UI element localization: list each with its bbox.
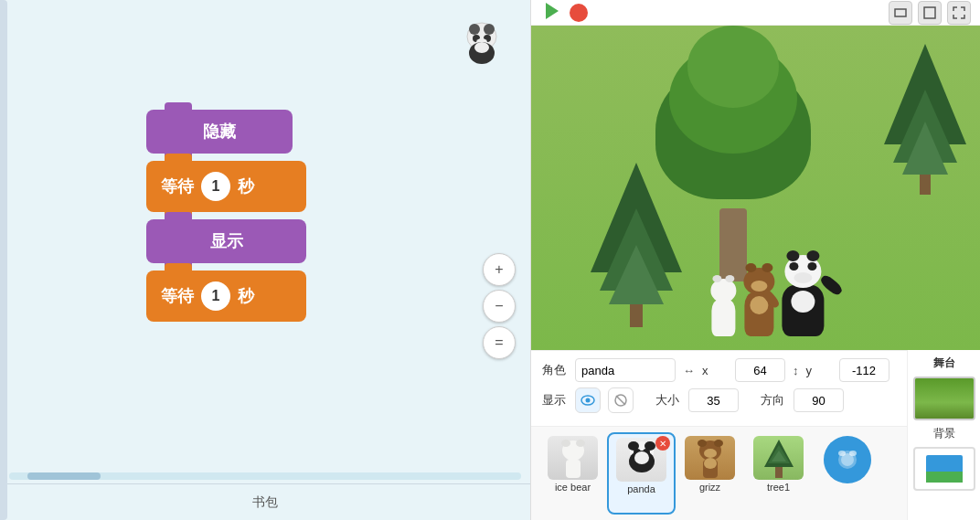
zoom-out-button[interactable]: − bbox=[483, 290, 516, 323]
sprite-label: 角色 bbox=[542, 362, 568, 378]
wait-block-1[interactable]: 等待 1 秒 bbox=[146, 161, 306, 212]
direction-value-input[interactable] bbox=[794, 388, 844, 412]
svg-point-12 bbox=[586, 398, 591, 403]
stage-panel: 角色 ↔ x ↕ y 显示 大小 bbox=[530, 0, 980, 520]
y-icon: ↕ bbox=[793, 364, 799, 377]
tree1-name: tree1 bbox=[767, 482, 790, 493]
ice-bear-name: ice bear bbox=[555, 482, 591, 493]
backdrop-thumbnail[interactable] bbox=[913, 447, 975, 491]
svg-point-2 bbox=[484, 24, 495, 35]
visibility-label: 显示 bbox=[542, 392, 568, 409]
pine-tree-left bbox=[591, 163, 682, 327]
svg-point-17 bbox=[576, 440, 585, 447]
large-stage-button[interactable] bbox=[918, 1, 942, 25]
svg-point-25 bbox=[634, 451, 649, 464]
stage-canvas[interactable] bbox=[531, 26, 980, 350]
svg-line-14 bbox=[616, 396, 625, 405]
grizz-name: grizz bbox=[699, 482, 720, 493]
sprite-item-ice-bear[interactable]: ice bear bbox=[538, 432, 607, 515]
hide-block-label: 隐藏 bbox=[203, 122, 236, 141]
show-block-label: 显示 bbox=[210, 232, 243, 250]
wait-block-2[interactable]: 等待 1 秒 bbox=[146, 271, 306, 322]
panda-name: panda bbox=[627, 483, 655, 494]
wait2-pre-label: 等待 bbox=[161, 285, 194, 307]
zoom-in-button[interactable]: + bbox=[483, 253, 516, 286]
blocks-stack: 隐藏 等待 1 秒 显示 等待 1 秒 bbox=[146, 110, 306, 322]
playback-controls bbox=[540, 0, 588, 26]
scroll-thumb[interactable] bbox=[27, 472, 101, 480]
blocks-workspace[interactable]: 隐藏 等待 1 秒 显示 等待 1 秒 bbox=[0, 0, 530, 469]
wait1-pre-label: 等待 bbox=[161, 175, 194, 197]
y-value-input[interactable] bbox=[839, 358, 889, 382]
visibility-ban-button[interactable] bbox=[608, 387, 634, 413]
backpack-label: 书包 bbox=[252, 494, 278, 511]
bears-group bbox=[710, 255, 824, 336]
visibility-eye-button[interactable] bbox=[575, 387, 601, 413]
bottom-section: 角色 ↔ x ↕ y 显示 大小 bbox=[531, 350, 980, 520]
sprites-list: ice bear ✕ bbox=[531, 426, 907, 520]
stage-header bbox=[531, 0, 980, 26]
tree1-thumbnail bbox=[753, 436, 804, 480]
svg-point-31 bbox=[704, 458, 717, 469]
sprite-item-tree1[interactable]: tree1 bbox=[744, 432, 813, 515]
x-label: x bbox=[702, 364, 728, 377]
ice-bear-sprite[interactable] bbox=[710, 279, 736, 336]
zoom-controls: + − = bbox=[483, 253, 516, 359]
direction-label: 方向 bbox=[761, 392, 786, 409]
wait1-post-label: 秒 bbox=[238, 175, 254, 197]
stage-side-label: 舞台 bbox=[908, 350, 980, 377]
panda-sprite[interactable] bbox=[782, 255, 824, 336]
stop-button[interactable] bbox=[570, 4, 588, 22]
stage-side-panel: 舞台 背景 bbox=[907, 350, 980, 520]
green-flag-button[interactable] bbox=[540, 0, 562, 26]
backpack-strip[interactable]: 书包 bbox=[0, 483, 530, 520]
svg-rect-9 bbox=[895, 9, 906, 16]
pine-tree-right bbox=[884, 44, 966, 195]
svg-rect-18 bbox=[566, 460, 581, 478]
svg-marker-8 bbox=[546, 3, 559, 19]
svg-point-27 bbox=[698, 440, 707, 447]
svg-rect-10 bbox=[924, 7, 935, 18]
ice-bear-thumbnail bbox=[548, 436, 598, 480]
grizz-sprite[interactable] bbox=[743, 268, 774, 336]
sprite-indicator bbox=[462, 18, 503, 64]
svg-point-16 bbox=[561, 440, 570, 447]
stage-thumbnail[interactable] bbox=[913, 377, 975, 420]
x-icon: ↔ bbox=[683, 364, 695, 377]
zoom-reset-button[interactable]: = bbox=[483, 326, 516, 359]
sprite-name-input[interactable] bbox=[575, 358, 676, 382]
sprite-item-bear-add[interactable] bbox=[813, 432, 881, 515]
small-stage-button[interactable] bbox=[889, 1, 912, 25]
panda-delete-button[interactable]: ✕ bbox=[655, 436, 670, 451]
svg-point-39 bbox=[841, 453, 854, 466]
fullscreen-button[interactable] bbox=[947, 1, 971, 25]
x-value-input[interactable] bbox=[735, 358, 785, 382]
backdrop-label: 背景 bbox=[908, 420, 980, 447]
svg-point-1 bbox=[469, 24, 480, 35]
grizz-thumbnail bbox=[685, 436, 735, 480]
sprites-section: 角色 ↔ x ↕ y 显示 大小 bbox=[531, 350, 907, 520]
hide-block[interactable]: 隐藏 bbox=[146, 110, 293, 154]
stage-view-controls bbox=[889, 1, 971, 25]
sprite-item-panda[interactable]: ✕ panda bbox=[607, 432, 676, 515]
bear-icon-thumbnail bbox=[824, 436, 871, 483]
svg-rect-41 bbox=[926, 472, 963, 483]
svg-rect-35 bbox=[775, 467, 783, 478]
wait1-value[interactable]: 1 bbox=[201, 172, 230, 201]
show-block[interactable]: 显示 bbox=[146, 219, 306, 263]
y-label: y bbox=[806, 364, 832, 377]
props-panel: 角色 ↔ x ↕ y 显示 大小 bbox=[531, 350, 907, 426]
code-editor-panel: 隐藏 等待 1 秒 显示 等待 1 秒 bbox=[0, 0, 530, 520]
svg-point-7 bbox=[474, 42, 489, 53]
sprite-item-grizz[interactable]: grizz bbox=[676, 432, 744, 515]
wait2-post-label: 秒 bbox=[238, 285, 254, 307]
wait2-value[interactable]: 1 bbox=[201, 281, 230, 311]
size-label: 大小 bbox=[655, 392, 681, 409]
horizontal-scrollbar[interactable] bbox=[9, 472, 521, 480]
svg-point-29 bbox=[704, 449, 717, 458]
svg-point-28 bbox=[714, 440, 723, 447]
size-value-input[interactable] bbox=[688, 388, 739, 412]
